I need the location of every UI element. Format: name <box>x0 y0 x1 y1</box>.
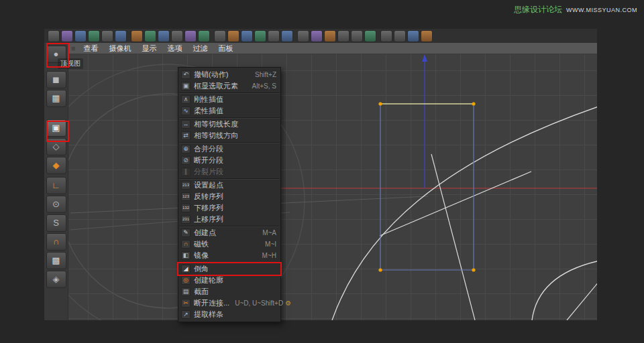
menu-camera[interactable]: 摄像机 <box>103 43 136 54</box>
toolbar-icon[interactable] <box>171 30 183 42</box>
toolbar-icon[interactable] <box>198 30 210 42</box>
create-point-icon: ✎ <box>181 228 191 237</box>
toolbar-icon[interactable] <box>101 30 113 42</box>
spline-point[interactable] <box>378 102 382 105</box>
viewport-menubar: ≡ 查看 摄像机 显示 选项 过滤 面板 <box>68 43 597 54</box>
menu-item-soft-interpolation[interactable]: ∿ 柔性插值 <box>178 105 280 117</box>
toolbar-icon[interactable] <box>48 30 60 42</box>
toolbar-icon[interactable] <box>74 30 87 42</box>
menu-item-equal-tangent-length[interactable]: ↔ 相等切线长度 <box>178 119 280 130</box>
menu-item-create-outline[interactable]: ◎ 创建轮廓 <box>178 275 280 286</box>
toolbar-icon[interactable] <box>297 30 309 42</box>
enable-axis-icon[interactable]: ∟ <box>46 177 66 194</box>
menu-item-create-point[interactable]: ✎ 创建点 M~A <box>178 227 280 238</box>
annotation-box-points-mode <box>46 121 69 142</box>
menu-item-reverse-sequence[interactable]: 123 反转序列 <box>178 191 280 202</box>
menu-item-label: 撤销(动作) <box>194 70 250 80</box>
toolbar-icon[interactable] <box>131 30 143 42</box>
menu-item-label: 创建轮廓 <box>194 275 271 285</box>
menu-item-undo-action[interactable]: ↶ 撤销(动作) Shift+Z <box>178 69 280 80</box>
toolbar-icon[interactable] <box>311 30 323 42</box>
spline-point[interactable] <box>472 268 475 271</box>
menu-panel[interactable]: 面板 <box>213 43 238 54</box>
menu-view[interactable]: 查看 <box>78 43 103 54</box>
texture-mode-icon[interactable]: ▦ <box>46 90 66 107</box>
viewport-canvas[interactable] <box>68 54 597 320</box>
menu-item-chamfer[interactable]: ◢ 倒角 <box>178 263 280 275</box>
rectangle-spline-edges <box>380 104 474 270</box>
undo-icon: ↶ <box>181 70 191 79</box>
menu-item-extract-spline[interactable]: ↗ 提取样条 <box>178 309 280 320</box>
z-axis-arrow <box>422 54 427 62</box>
snap-icon[interactable]: S <box>46 214 66 232</box>
toolbar-icon[interactable] <box>115 30 127 42</box>
menu-item-shortcut: Alt+S, S <box>252 82 276 90</box>
spline-point[interactable] <box>472 102 475 105</box>
equal-tangent-length-icon: ↔ <box>181 120 191 129</box>
create-outline-icon: ◎ <box>181 276 191 285</box>
menu-item-disconnect[interactable]: ✂ 断开连接... U~D, U~Shift+D ⚙ <box>178 297 280 309</box>
mode-toolbar: ● ◼ ▦ ▣ ◇ ◆ ∟ ⊙ S ∩ ▩ ◈ <box>44 43 68 320</box>
toolbar-icon[interactable] <box>61 30 73 42</box>
toolbar-icon[interactable] <box>380 30 392 42</box>
toolbar-icon[interactable] <box>421 30 433 42</box>
toolbar-icon[interactable] <box>158 30 170 42</box>
hard-interpolation-icon: ∧ <box>181 95 191 104</box>
break-segment-icon: ⊘ <box>181 156 191 165</box>
toolbar-icon[interactable] <box>268 30 280 42</box>
toolbar-icon[interactable] <box>214 30 226 42</box>
spline-point[interactable] <box>378 268 382 271</box>
menu-filter[interactable]: 过滤 <box>187 43 213 54</box>
menu-item-shortcut: M~I <box>265 241 276 248</box>
menu-item-mirror[interactable]: ◧ 镜像 M~H <box>178 250 280 261</box>
toolbar-icon[interactable] <box>184 30 197 42</box>
menu-item-set-first-point[interactable]: 213 设置起点 <box>178 180 280 191</box>
menu-item-equal-tangent-direction[interactable]: ⇄ 相等切线方向 <box>178 130 280 141</box>
menu-item-label: 截面 <box>194 287 271 297</box>
toolbar-icon[interactable] <box>364 30 376 42</box>
frame-selected-icon: ▣ <box>181 82 191 90</box>
toolbar-icon[interactable] <box>227 30 239 42</box>
menu-item-hard-interpolation[interactable]: ∧ 刚性插值 <box>178 94 280 105</box>
menu-item-label: 倒角 <box>194 264 271 274</box>
extract-spline-icon: ↗ <box>181 310 191 319</box>
toolbar-icon[interactable] <box>241 30 253 42</box>
menu-item-magnet[interactable]: ∩ 磁铁 M~I <box>178 238 280 250</box>
menu-item-label: 刚性插值 <box>194 94 271 105</box>
menu-options[interactable]: 选项 <box>162 43 187 54</box>
toolbar-icon[interactable] <box>394 30 406 42</box>
toolbar-icon[interactable] <box>337 30 350 42</box>
watermark-site-name: 思缘设计论坛 <box>514 4 562 15</box>
split-segment-icon: ∥ <box>181 167 191 176</box>
gear-icon[interactable]: ⚙ <box>285 299 291 307</box>
toolbar-icon[interactable] <box>254 30 266 42</box>
menu-item-label: 设置起点 <box>194 180 271 190</box>
menu-item-cross-section[interactable]: ▤ 截面 <box>178 286 280 297</box>
menu-item-move-down-sequence[interactable]: 132 下移序列 <box>178 202 280 214</box>
menu-item-frame-selected[interactable]: ▣ 框显选取元素 Alt+S, S <box>178 80 280 92</box>
spline-context-menu: ↶ 撤销(动作) Shift+Z ▣ 框显选取元素 Alt+S, S ∧ 刚性插… <box>178 67 281 322</box>
soft-interpolation-icon: ∿ <box>181 107 191 115</box>
menu-item-label: 上移序列 <box>194 214 271 224</box>
menu-grip-icon[interactable]: ≡ <box>71 44 75 52</box>
toolbar-icon[interactable] <box>351 30 363 42</box>
menu-item-move-up-sequence[interactable]: 231 上移序列 <box>178 214 280 225</box>
toolbar-icon[interactable] <box>144 30 156 42</box>
toolbar-icon[interactable] <box>88 30 100 42</box>
toolbar-icon[interactable] <box>324 30 336 42</box>
toolbar-icon[interactable] <box>281 30 293 42</box>
menu-item-break-segment[interactable]: ⊘ 断开分段 <box>178 155 280 166</box>
workplane-icon[interactable]: ◈ <box>46 271 66 288</box>
menu-display[interactable]: 显示 <box>136 43 162 54</box>
workplane-lock-icon[interactable]: ▩ <box>46 252 66 269</box>
toolbar-icon[interactable] <box>407 30 419 42</box>
spline-arc <box>532 261 597 320</box>
viewport-solo-icon[interactable]: ⊙ <box>46 196 66 213</box>
menu-item-label: 相等切线方向 <box>194 131 271 141</box>
menu-item-join-segment[interactable]: ⊕ 合并分段 <box>178 143 280 155</box>
mirror-icon: ◧ <box>181 251 191 260</box>
polygons-mode-icon[interactable]: ◆ <box>46 157 66 174</box>
model-mode-icon[interactable]: ◼ <box>46 71 66 88</box>
magnet-snap-icon[interactable]: ∩ <box>46 233 66 251</box>
menu-item-shortcut: M~H <box>262 252 276 259</box>
